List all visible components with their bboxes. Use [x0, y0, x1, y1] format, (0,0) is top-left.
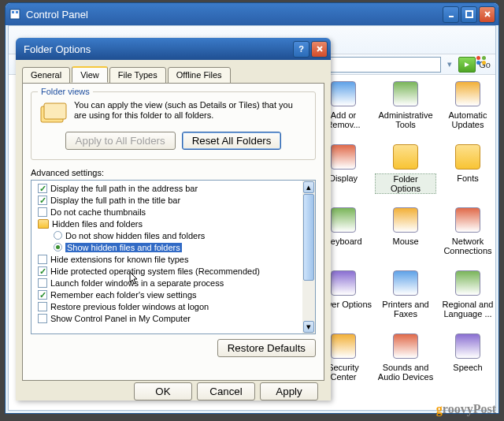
cp-item-icon [329, 269, 358, 297]
minimize-button[interactable] [443, 6, 459, 23]
advanced-settings-tree[interactable]: Display the full path in the address bar… [31, 180, 316, 334]
cp-item-label: Sounds andAudio Devices [375, 363, 436, 382]
tree-row[interactable]: Hide extensions for known file types [32, 253, 315, 265]
control-panel-app-icon [9, 8, 21, 20]
tree-row[interactable]: Launch folder windows in a separate proc… [32, 277, 315, 289]
cp-item-administrative[interactable]: AdministrativeTools [375, 80, 436, 129]
tree-row[interactable]: Restore previous folder windows at logon [32, 300, 315, 312]
dialog-close-button[interactable] [311, 41, 328, 58]
tree-scrollbar[interactable]: ▴ ▾ [302, 181, 315, 333]
tree-row[interactable]: Display the full path in the address bar [32, 182, 315, 194]
cp-item-icon [391, 80, 420, 108]
tree-item-label: Do not show hidden files and folders [65, 231, 205, 240]
checkbox[interactable] [38, 207, 47, 217]
windows-flag-icon [470, 51, 492, 69]
cp-item-regional[interactable]: Regional andLanguage ... [437, 269, 495, 319]
maximize-button[interactable] [461, 6, 477, 23]
checkbox[interactable] [38, 314, 47, 323]
cp-item-label: AutomaticUpdates [437, 110, 495, 129]
tree-item-label: Launch folder windows in a separate proc… [50, 278, 224, 288]
svg-rect-2 [16, 11, 18, 13]
radio-button[interactable] [54, 231, 62, 240]
help-button[interactable]: ? [293, 41, 309, 58]
cp-item-mouse[interactable]: Mouse [375, 206, 436, 246]
folder-views-text: You can apply the view (such as Details … [74, 100, 307, 121]
cp-item-icon [329, 80, 358, 108]
tree-item-label: Do not cache thumbnails [50, 207, 146, 217]
tree-row[interactable]: Display the full path in the title bar [32, 194, 315, 206]
tree-item-label: Hide protected operating system files (R… [50, 266, 260, 276]
cp-item-label: AdministrativeTools [375, 110, 436, 129]
checkbox[interactable] [38, 266, 47, 276]
cp-item-icon [391, 206, 420, 234]
address-dropdown-icon[interactable]: ▾ [444, 59, 455, 69]
tree-row[interactable]: Do not cache thumbnails [32, 206, 315, 218]
tab-file-types[interactable]: File Types [109, 67, 166, 84]
folder-views-group: Folder views You can apply the view (suc… [31, 91, 316, 160]
cp-item-label: Printers andFaxes [375, 300, 436, 319]
close-button[interactable] [479, 6, 495, 23]
cp-item-label: NetworkConnections [437, 237, 495, 255]
tree-item-label: Hidden files and folders [52, 219, 143, 229]
tree-row[interactable]: Show Control Panel in My Computer [32, 312, 315, 324]
tree-row[interactable]: Hide protected operating system files (R… [32, 265, 315, 277]
cp-item-icon [329, 332, 358, 360]
tree-item-label: Hide extensions for known file types [50, 255, 188, 264]
checkbox[interactable] [38, 196, 47, 205]
cancel-button[interactable]: Cancel [197, 382, 255, 401]
checkbox[interactable] [38, 278, 47, 288]
tab-view[interactable]: View [72, 66, 108, 83]
cp-item-automatic[interactable]: AutomaticUpdates [437, 80, 495, 129]
scroll-down-button[interactable]: ▾ [303, 321, 314, 333]
svg-rect-0 [10, 9, 20, 19]
cp-item-label: Speech [437, 363, 495, 372]
tree-item-label: Restore previous folder windows at logon [50, 302, 209, 311]
cp-item-icon [454, 143, 482, 171]
svg-rect-10 [44, 103, 66, 119]
tree-row[interactable]: Do not show hidden files and folders [32, 229, 315, 241]
cp-item-icon [391, 143, 420, 171]
folder-options-dialog: Folder Options ? GeneralViewFile TypesOf… [16, 38, 331, 401]
checkbox[interactable] [38, 255, 47, 264]
cp-item-printers[interactable]: Printers andFaxes [375, 269, 436, 319]
apply-to-all-folders-button[interactable]: Apply to All Folders [65, 132, 176, 150]
reset-all-folders-button[interactable]: Reset All Folders [182, 132, 282, 150]
checkbox[interactable] [38, 302, 47, 311]
apply-button[interactable]: Apply [260, 382, 318, 401]
dialog-body: GeneralViewFile TypesOffline Files Folde… [16, 60, 331, 407]
ok-button[interactable]: OK [134, 382, 192, 401]
dialog-titlebar[interactable]: Folder Options ? [16, 38, 331, 60]
tree-row[interactable]: Hidden files and folders [32, 218, 315, 229]
checkbox[interactable] [38, 290, 47, 300]
restore-defaults-button[interactable]: Restore Defaults [217, 339, 316, 357]
tree-row[interactable]: Remember each folder's view settings [32, 289, 315, 300]
tab-general[interactable]: General [22, 67, 70, 84]
cp-item-label: Regional andLanguage ... [437, 300, 495, 319]
cp-item-icon [454, 80, 482, 108]
cp-item-network[interactable]: NetworkConnections [437, 206, 495, 255]
cp-item-folder[interactable]: Folder Options [375, 143, 436, 194]
checkbox[interactable] [38, 184, 47, 193]
folder-views-icon [39, 100, 68, 125]
tab-offline-files[interactable]: Offline Files [168, 67, 231, 84]
cp-item-icon [454, 269, 482, 297]
view-tab-panel: Folder views You can apply the view (suc… [22, 83, 324, 381]
cp-item-label: Mouse [375, 237, 436, 246]
cp-item-label: Fonts [437, 173, 495, 183]
control-panel-titlebar[interactable]: Control Panel [6, 3, 498, 25]
cp-item-speech[interactable]: Speech [437, 332, 495, 372]
tree-row[interactable]: Show hidden files and folders [32, 241, 315, 253]
dialog-title: Folder Options [24, 43, 91, 55]
cp-item-fonts[interactable]: Fonts [437, 143, 495, 183]
tree-item-label: Display the full path in the title bar [50, 196, 180, 205]
tree-item-label: Show hidden files and folders [65, 243, 182, 252]
tree-item-label: Display the full path in the address bar [50, 184, 198, 193]
scroll-thumb[interactable] [303, 194, 314, 281]
cp-item-icon [329, 143, 358, 171]
cp-item-icon [454, 332, 482, 360]
cp-item-icon [391, 332, 420, 360]
cp-item-sounds[interactable]: Sounds andAudio Devices [375, 332, 436, 382]
scroll-up-button[interactable]: ▴ [303, 181, 314, 193]
radio-button[interactable] [54, 243, 62, 251]
folder-views-title: Folder views [38, 87, 93, 96]
